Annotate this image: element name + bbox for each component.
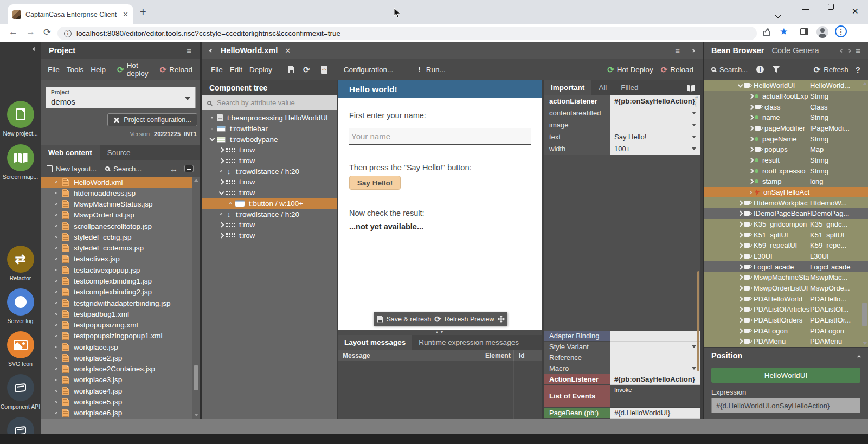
collapse-all-icon[interactable] [184,165,194,172]
bean-tree-node[interactable]: HtdemoWorkplacHtdemoW... [704,197,868,208]
file-list-item[interactable]: testpopupsizing.xml [41,319,200,330]
bean-tree-node[interactable]: PDALogonPDALogon [704,325,868,336]
dropdown-arrow-icon[interactable] [692,367,696,370]
dropdown-arrow-icon[interactable] [692,136,696,138]
bean-tree-node[interactable]: stamplong [704,176,868,187]
bean-panel-menu-icon[interactable] [856,46,860,55]
bean-tree-node[interactable]: MswpMachineStaMswpMac... [704,272,868,283]
tree-node[interactable]: t:rowdistance / h:20 [202,166,337,177]
url-field[interactable]: i localhost:8080/editor/editor.tools.ris… [57,27,757,40]
resize-horizontal-icon[interactable] [170,164,178,173]
back-chevron-icon[interactable] [209,48,213,52]
window-close-icon[interactable]: ✕ [852,7,859,16]
binding-value[interactable]: Invoke [610,385,700,408]
reload-icon[interactable]: ⟳ [43,27,51,38]
file-list-item[interactable]: testpopupsizingpopup1.xml [41,331,200,342]
properties-scrollbar-thumb[interactable] [697,271,699,371]
chevron-right-icon[interactable] [737,222,743,227]
file-list-item[interactable]: testipadbug1.xml [41,308,200,319]
chevron-right-icon[interactable] [737,307,743,312]
help-icon[interactable]: ? [856,65,860,74]
tab-important[interactable]: Important [544,80,591,95]
chevron-right-icon[interactable] [748,136,754,141]
bean-tree-node[interactable]: K35_gridcomponK35_gridc... [704,219,868,230]
file-list-item[interactable]: styledef_ccdemos.jsp [41,243,200,254]
menu-deploy[interactable]: Deploy [249,66,272,74]
property-value[interactable] [610,107,700,119]
bean-tree-node[interactable]: popupsMap [704,144,868,155]
rail-item-screen-map[interactable]: Screen map... [0,144,41,180]
file-list-item[interactable]: workplace2Containes.jsp [41,364,200,375]
scrollbar-thumb[interactable] [862,303,867,326]
file-list-item[interactable]: testactivex.jsp [41,254,200,265]
file-list-item[interactable]: testcomplexbinding1.jsp [41,275,200,286]
bean-search-button[interactable]: Search... [711,66,748,74]
property-value[interactable]: #{pb:onSayHelloAction}#{ [610,95,700,107]
chevron-right-icon[interactable] [218,147,224,153]
binding-value[interactable] [610,352,700,363]
rail-item-server-log[interactable]: Server log [0,288,41,324]
say-hello-button[interactable]: Say Hello! [349,176,401,190]
refresh-preview-button[interactable]: Refresh Preview [445,316,494,323]
rail-item-svg-icon[interactable]: SVG Icon [0,331,41,367]
file-list-scrollbar[interactable] [192,177,200,419]
tab-all[interactable]: All [591,80,614,95]
property-value[interactable] [610,119,700,131]
tab-bean-browser[interactable]: Bean Browser [711,46,764,55]
property-value[interactable]: Say Hello! [610,131,700,143]
file-list-item[interactable]: testactivexpopup.jsp [41,265,200,275]
bean-tree-node[interactable]: PDAHelloWorldPDAHello... [704,293,868,304]
panel-menu-icon[interactable] [187,46,191,55]
rail-item-refactor[interactable]: ⇄Refactor [0,246,41,281]
new-tab-button[interactable]: + [140,6,146,18]
file-list-item[interactable]: scrollpanescrolltotop.jsp [41,221,200,231]
file-list-item[interactable]: workplace.jsp [41,342,200,352]
configuration-button[interactable]: Configuration... [344,66,394,74]
tab-filled[interactable]: Filled [614,80,645,95]
chevron-right-icon[interactable] [737,339,743,344]
editor-panel-menu-icon[interactable] [675,46,680,55]
file-list-item[interactable]: workplace6.jsp [41,408,200,419]
dropdown-arrow-icon[interactable] [692,112,696,114]
bean-tree-node[interactable]: actualRootExpString [704,91,868,102]
bean-tree-node[interactable]: pageNameString [704,133,868,144]
forward-icon[interactable]: → [26,27,35,37]
chevron-right-icon[interactable] [218,179,224,185]
tree-node[interactable]: t:beanprocessing HelloWorldUI [202,113,337,124]
attribute-search-input[interactable] [216,98,331,107]
menu-edit[interactable]: Edit [230,66,242,74]
bean-refresh-button[interactable]: Refresh [814,66,848,74]
scroll-up-icon[interactable] [194,179,198,182]
side-panel-icon[interactable] [800,28,808,35]
share-icon[interactable] [763,31,770,36]
bean-tree-node[interactable]: K59_repeatUIK59_repe... [704,240,868,251]
chevron-right-icon[interactable] [737,243,743,248]
scroll-up-icon[interactable] [863,82,867,85]
refresh-icon[interactable] [303,66,310,74]
bean-tree-node[interactable]: classClass [704,101,868,112]
dropdown-arrow-icon[interactable] [692,345,696,348]
tree-node[interactable]: t:rowbodypane [202,134,337,145]
editor-tab-close-icon[interactable]: ✕ [285,47,291,55]
tab-source[interactable]: Source [100,145,138,160]
bean-tree-node[interactable]: L30UIL30UI [704,251,868,262]
chevron-right-icon[interactable] [737,286,743,291]
chevron-down-icon[interactable] [737,82,743,87]
window-minimize-icon[interactable] [802,2,809,12]
window-maximize-icon[interactable] [828,2,834,12]
collapse-rail-icon[interactable] [33,47,36,51]
bean-tree-node[interactable]: K51_spltUIK51_spltUI [704,229,868,240]
rail-item-component-api[interactable]: Component API [0,374,41,410]
bean-tree-node[interactable]: nameString [704,112,868,123]
chevron-right-icon[interactable] [737,264,743,269]
chevron-right-icon[interactable] [218,222,224,228]
chevron-right-icon[interactable] [748,115,754,120]
bean-tree-node[interactable]: PDAListfOrdersPDAListfOr... [704,315,868,326]
info-icon[interactable]: i [756,66,764,73]
chevron-right-icon[interactable] [737,328,743,333]
menu-help[interactable]: Help [91,66,106,74]
view-source-icon[interactable] [321,66,327,74]
chevron-right-icon[interactable] [748,158,754,163]
file-search-button[interactable]: Search... [105,165,142,173]
tree-node[interactable]: t:button / w:100+ [202,198,337,209]
